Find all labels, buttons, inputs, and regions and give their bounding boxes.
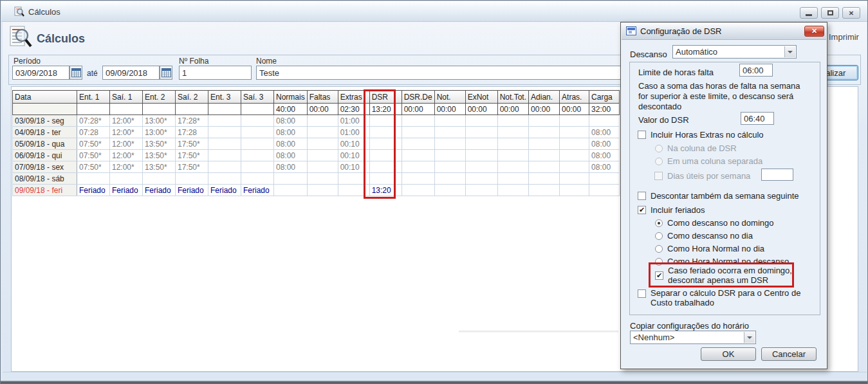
table-cell[interactable]: Feriado — [110, 185, 143, 196]
table-cell[interactable]: 13:00* — [143, 115, 176, 127]
table-cell[interactable] — [176, 173, 208, 185]
table-cell[interactable]: 13:50* — [143, 150, 176, 161]
date-cell[interactable]: 06/09/18 - qui — [13, 150, 77, 161]
table-cell[interactable] — [560, 115, 589, 127]
table-cell[interactable]: 08:00 — [274, 115, 308, 127]
incluir-extras-checkbox[interactable] — [638, 131, 646, 139]
maximize-button[interactable] — [821, 7, 839, 19]
table-cell[interactable] — [402, 127, 434, 138]
incluir-feriados-checkbox[interactable]: ✔ — [638, 206, 646, 214]
table-cell[interactable]: 13:00* — [143, 127, 176, 138]
date-to-input[interactable] — [102, 66, 160, 80]
date-cell[interactable]: 07/09/18 - sex — [13, 161, 77, 173]
table-cell[interactable] — [465, 138, 497, 150]
table-cell[interactable] — [589, 115, 620, 127]
table-cell[interactable] — [465, 161, 497, 173]
table-cell[interactable]: 17:50* — [176, 138, 208, 150]
table-cell[interactable]: Feriado — [77, 185, 110, 196]
table-cell[interactable] — [434, 127, 465, 138]
table-cell[interactable] — [560, 161, 589, 173]
table-cell[interactable] — [402, 115, 434, 127]
table-cell[interactable] — [208, 127, 241, 138]
descanso-domingo-radio[interactable] — [655, 219, 663, 227]
table-cell[interactable] — [208, 173, 241, 185]
table-cell[interactable] — [402, 185, 434, 196]
table-cell[interactable] — [589, 173, 620, 185]
table-cell[interactable] — [208, 150, 241, 161]
table-cell[interactable]: 07:28 — [77, 127, 110, 138]
table-cell[interactable] — [497, 185, 528, 196]
table-cell[interactable] — [241, 138, 274, 150]
table-cell[interactable]: 07:50* — [77, 161, 110, 173]
table-cell[interactable] — [560, 127, 589, 138]
table-cell[interactable]: 12:00* — [110, 115, 143, 127]
descanso-select[interactable]: Automático — [672, 45, 797, 59]
table-cell[interactable] — [560, 185, 589, 196]
table-cell[interactable]: 07:28* — [77, 115, 110, 127]
table-cell[interactable]: 08:00 — [274, 150, 308, 161]
descontar-semana-checkbox[interactable] — [638, 192, 646, 200]
table-cell[interactable]: 17:50* — [176, 161, 208, 173]
table-cell[interactable] — [241, 161, 274, 173]
table-cell[interactable] — [307, 127, 338, 138]
table-cell[interactable] — [274, 185, 308, 196]
table-cell[interactable] — [402, 150, 434, 161]
table-cell[interactable]: 07:50* — [77, 138, 110, 150]
table-cell[interactable] — [208, 115, 241, 127]
table-cell[interactable] — [307, 115, 338, 127]
date-cell[interactable]: 05/09/18 - qua — [13, 138, 77, 150]
table-cell[interactable]: 08:00 — [274, 138, 308, 150]
dialog-close-button[interactable]: ✕ — [804, 26, 824, 37]
table-cell[interactable]: Feriado — [241, 185, 274, 196]
table-cell[interactable]: 12:00* — [110, 138, 143, 150]
table-cell[interactable] — [208, 138, 241, 150]
table-cell[interactable]: 08:00 — [589, 161, 620, 173]
dias-uteis-input[interactable] — [761, 169, 793, 181]
table-cell[interactable]: Feriado — [143, 185, 176, 196]
hora-normal-dia-radio[interactable] — [655, 245, 663, 253]
table-cell[interactable] — [465, 173, 497, 185]
table-cell[interactable] — [307, 138, 338, 150]
table-cell[interactable] — [589, 185, 620, 196]
dias-uteis-checkbox[interactable] — [654, 172, 663, 180]
table-cell[interactable]: 08:00 — [589, 138, 620, 150]
table-cell[interactable] — [434, 150, 465, 161]
separar-centro-custo-checkbox[interactable] — [638, 289, 646, 298]
table-cell[interactable]: 17:28* — [176, 115, 208, 127]
table-cell[interactable]: 12:00* — [110, 150, 143, 161]
date-cell[interactable]: 08/09/18 - sáb — [13, 173, 77, 185]
table-cell[interactable] — [560, 173, 589, 185]
table-cell[interactable] — [208, 161, 241, 173]
minimize-button[interactable] — [800, 7, 818, 19]
table-cell[interactable] — [465, 127, 497, 138]
table-cell[interactable] — [143, 173, 176, 185]
table-cell[interactable] — [402, 173, 434, 185]
limite-input[interactable] — [739, 64, 773, 77]
folha-input[interactable] — [179, 66, 252, 80]
table-cell[interactable] — [497, 150, 528, 161]
table-cell[interactable] — [110, 173, 143, 185]
descanso-dia-radio[interactable] — [655, 232, 663, 240]
table-cell[interactable] — [307, 161, 338, 173]
na-coluna-dsr-radio[interactable] — [655, 145, 663, 152]
table-cell[interactable] — [529, 185, 560, 196]
table-cell[interactable] — [307, 173, 338, 185]
date-from-input[interactable] — [12, 66, 69, 80]
table-cell[interactable] — [434, 161, 465, 173]
dropdown-button[interactable] — [784, 46, 795, 57]
print-button[interactable]: Imprimir — [829, 32, 859, 42]
date-cell[interactable]: 03/09/18 - seg — [13, 115, 77, 127]
table-cell[interactable] — [241, 127, 274, 138]
coluna-separada-radio[interactable] — [655, 158, 663, 165]
table-cell[interactable] — [497, 161, 528, 173]
table-cell[interactable]: 13:50* — [143, 138, 176, 150]
date-to-calendar-button[interactable] — [160, 66, 172, 80]
table-cell[interactable] — [529, 138, 560, 150]
table-cell[interactable] — [465, 185, 497, 196]
table-cell[interactable] — [402, 138, 434, 150]
table-cell[interactable] — [434, 115, 465, 127]
table-cell[interactable] — [529, 115, 560, 127]
table-cell[interactable] — [529, 161, 560, 173]
table-cell[interactable] — [560, 150, 589, 161]
table-cell[interactable] — [434, 138, 465, 150]
